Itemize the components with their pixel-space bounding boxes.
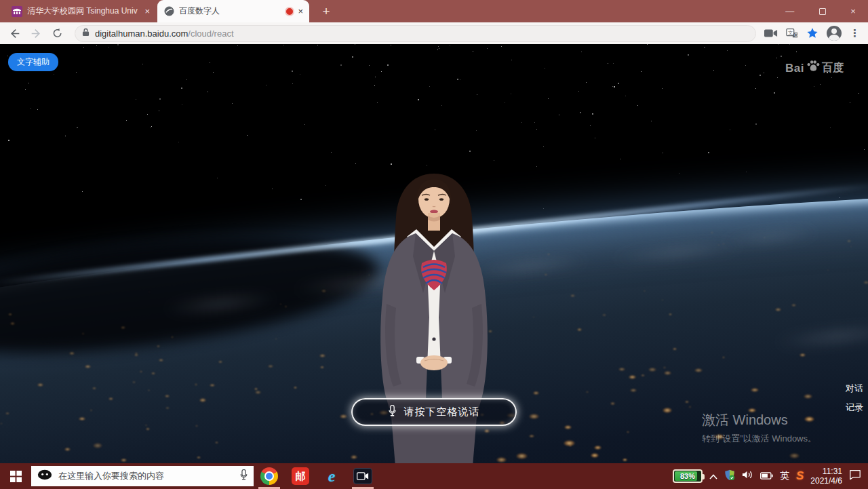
- forward-button[interactable]: [27, 24, 45, 42]
- svg-text:G: G: [794, 33, 797, 37]
- browser-menu-icon[interactable]: ⋮: [850, 27, 860, 39]
- activate-windows-watermark: 激活 Windows 转到“设置”以激活 Windows。: [702, 411, 816, 445]
- search-placeholder: 在这里输入你要搜索的内容: [58, 470, 234, 482]
- tab-tsinghua[interactable]: 清华大学校园网 Tsinghua Univ ×: [5, 0, 156, 22]
- tab-title: 百度数字人: [179, 5, 281, 17]
- internet-explorer-icon: e: [328, 468, 336, 484]
- taskbar-chrome-icon[interactable]: [254, 463, 285, 489]
- watermark-subtitle: 转到“设置”以激活 Windows。: [702, 433, 816, 445]
- lock-icon: [82, 27, 90, 39]
- toolbar-right-icons: 文G ⋮: [764, 26, 863, 41]
- screen: 清华大学校园网 Tsinghua Univ × 百度数字人 × + — ×: [0, 0, 868, 489]
- press-space-to-talk-button[interactable]: 请按下空格说话: [351, 398, 517, 426]
- taskbar-search-input[interactable]: 在这里输入你要搜索的内容: [31, 466, 254, 486]
- clock-date: 2021/4/6: [810, 476, 842, 486]
- maximize-button[interactable]: [819, 8, 826, 15]
- mail-icon: 邮: [292, 467, 309, 485]
- bookmark-star-icon[interactable]: [806, 27, 818, 39]
- side-tab-record[interactable]: 记录: [846, 402, 863, 414]
- baidu-paw-icon: [806, 59, 821, 75]
- system-tray: 83% 英 S 11:31 2021/4/6: [673, 467, 868, 486]
- url-text: digitalhuman.baidu.com/cloud/react: [95, 28, 234, 39]
- taskbar-mail-icon[interactable]: 邮: [285, 463, 316, 489]
- search-mic-icon[interactable]: [240, 469, 248, 484]
- window-controls: — ×: [773, 0, 868, 22]
- recording-indicator-icon: [286, 8, 293, 15]
- baidu-logo-cn: 百度: [822, 61, 844, 75]
- watermark-title: 激活 Windows: [702, 411, 816, 429]
- profile-avatar[interactable]: [827, 26, 842, 41]
- windows-taskbar: 在这里输入你要搜索的内容 邮 e 83%: [0, 463, 868, 489]
- battery-percent-widget[interactable]: 83%: [673, 469, 703, 483]
- baidu-logo: Bai 百度: [785, 59, 844, 75]
- globe-favicon-icon: [163, 6, 174, 17]
- tab-close-icon[interactable]: ×: [144, 7, 150, 16]
- microphone-icon: [389, 405, 396, 419]
- language-indicator[interactable]: 英: [780, 470, 789, 482]
- refresh-button[interactable]: [49, 24, 66, 42]
- address-bar[interactable]: digitalhuman.baidu.com/cloud/react: [75, 25, 756, 42]
- taskbar-clock[interactable]: 11:31 2021/4/6: [810, 467, 842, 486]
- sogou-input-icon[interactable]: S: [796, 469, 804, 483]
- tray-chevron-icon[interactable]: [709, 470, 717, 482]
- volume-icon[interactable]: [742, 470, 753, 482]
- cortana-icon: [37, 469, 52, 483]
- new-tab-button[interactable]: +: [317, 3, 335, 20]
- tab-title: 清华大学校园网 Tsinghua Univ: [27, 5, 140, 17]
- side-tabs: 对话 记录: [846, 383, 863, 414]
- baidu-logo-latin: Bai: [785, 62, 804, 75]
- clock-time: 11:31: [810, 467, 842, 476]
- notification-center-icon[interactable]: [849, 469, 861, 483]
- taskbar-camera-app-icon[interactable]: [347, 463, 378, 489]
- url-path: /cloud/react: [188, 28, 233, 39]
- battery-percent-label: 83%: [674, 472, 701, 480]
- tsinghua-favicon-icon: [12, 6, 22, 17]
- url-domain: digitalhuman.baidu.com: [95, 28, 188, 39]
- side-tab-dialog[interactable]: 对话: [846, 383, 863, 395]
- close-button[interactable]: ×: [850, 6, 856, 16]
- start-button[interactable]: [0, 463, 31, 489]
- mic-pill-label: 请按下空格说话: [404, 406, 480, 418]
- taskbar-ie-icon[interactable]: e: [316, 463, 347, 489]
- browser-tab-bar: 清华大学校园网 Tsinghua Univ × 百度数字人 × + — ×: [0, 0, 868, 22]
- browser-toolbar: digitalhuman.baidu.com/cloud/react 文G ⋮: [0, 22, 868, 44]
- page-content: 文字辅助 Bai 百度 请按下空格说话 对话 记录 激活 Windows 转到“…: [0, 44, 868, 463]
- tab-baidu-digital-human[interactable]: 百度数字人 ×: [157, 0, 309, 22]
- minimize-button[interactable]: —: [785, 6, 794, 16]
- video-camera-icon: [353, 468, 372, 484]
- chrome-icon: [260, 467, 278, 485]
- translate-icon[interactable]: 文G: [786, 27, 798, 39]
- text-assist-button[interactable]: 文字辅助: [8, 53, 58, 71]
- battery-tray-icon[interactable]: [760, 470, 773, 482]
- camera-access-icon[interactable]: [764, 28, 778, 38]
- svg-text:文: 文: [788, 30, 793, 36]
- defender-shield-icon[interactable]: [724, 469, 735, 484]
- tab-close-icon[interactable]: ×: [298, 7, 303, 16]
- back-button[interactable]: [5, 24, 23, 42]
